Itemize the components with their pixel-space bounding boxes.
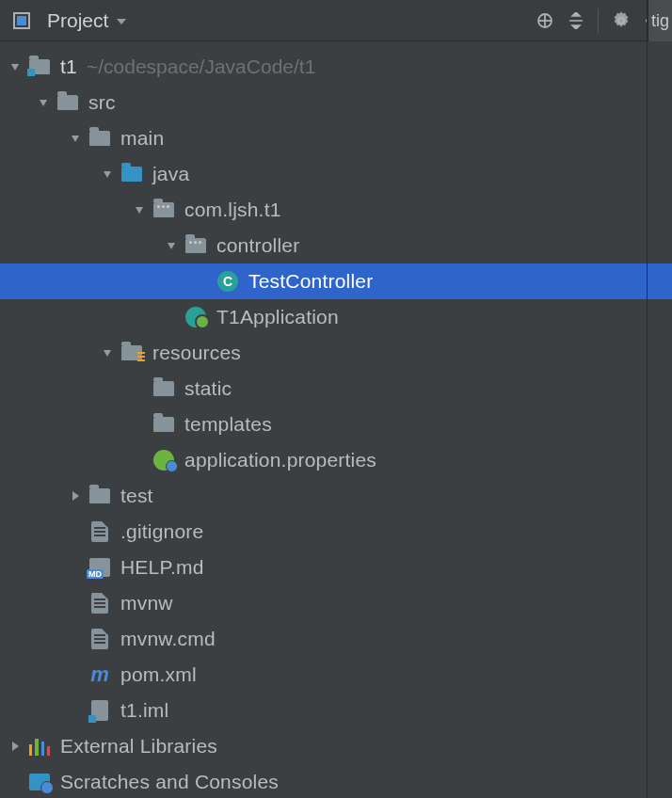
node-label: java bbox=[152, 163, 189, 185]
tree-node-controller[interactable]: controller bbox=[0, 228, 672, 263]
expand-collapse-icon[interactable] bbox=[568, 12, 584, 29]
tree-node-help-md[interactable]: HELP.md bbox=[0, 550, 672, 585]
node-label: pom.xml bbox=[120, 663, 197, 686]
chevron-down-icon[interactable] bbox=[6, 57, 24, 76]
partial-tab-text: tig bbox=[648, 0, 672, 41]
node-label: TestController bbox=[248, 270, 373, 293]
node-label: main bbox=[120, 127, 164, 150]
tree-node-scratches[interactable]: Scratches and Consoles bbox=[0, 764, 672, 798]
folder-icon bbox=[152, 377, 175, 400]
node-label: com.ljsh.t1 bbox=[184, 199, 281, 221]
node-label: Scratches and Consoles bbox=[60, 771, 279, 793]
node-label: t1.iml bbox=[120, 699, 168, 722]
node-label: mvnw.cmd bbox=[120, 628, 216, 650]
scratches-icon bbox=[28, 771, 51, 793]
tree-node-src[interactable]: src bbox=[0, 85, 672, 120]
folder-icon bbox=[88, 127, 111, 150]
project-tree: t1 ~/codespace/JavaCode/t1 src main java… bbox=[0, 41, 672, 798]
text-file-icon bbox=[88, 628, 111, 650]
project-toolbar: Project bbox=[0, 0, 672, 41]
spring-boot-class-icon bbox=[184, 306, 207, 328]
tree-node-app-class[interactable]: T1Application bbox=[0, 299, 672, 335]
chevron-down-icon[interactable] bbox=[34, 93, 53, 112]
tree-node-pom[interactable]: m pom.xml bbox=[0, 657, 672, 693]
tree-node-app-properties[interactable]: application.properties bbox=[0, 442, 672, 478]
node-label: HELP.md bbox=[120, 556, 204, 579]
select-opened-file-icon[interactable] bbox=[536, 11, 554, 30]
tree-node-static[interactable]: static bbox=[0, 371, 672, 407]
chevron-down-icon[interactable] bbox=[66, 129, 85, 148]
panel-border bbox=[647, 0, 648, 798]
node-label: templates bbox=[184, 413, 272, 436]
tree-node-mvnw[interactable]: mvnw bbox=[0, 585, 672, 621]
chevron-right-icon[interactable] bbox=[66, 487, 85, 505]
tree-node-resources[interactable]: resources bbox=[0, 335, 672, 371]
node-label: resources bbox=[152, 342, 241, 364]
node-label: controller bbox=[216, 234, 299, 257]
module-folder-icon bbox=[28, 56, 51, 78]
node-label: mvnw bbox=[120, 592, 173, 614]
tree-node-iml[interactable]: t1.iml bbox=[0, 693, 672, 728]
source-folder-icon bbox=[120, 163, 143, 185]
node-label: External Libraries bbox=[60, 735, 217, 758]
tree-node-test-controller[interactable]: C TestController bbox=[0, 263, 672, 299]
folder-icon bbox=[88, 485, 111, 507]
chevron-down-icon[interactable] bbox=[162, 236, 181, 255]
tree-node-mvnw-cmd[interactable]: mvnw.cmd bbox=[0, 621, 672, 657]
tree-node-test[interactable]: test bbox=[0, 478, 672, 514]
resources-folder-icon bbox=[120, 342, 143, 364]
tree-node-package[interactable]: com.ljsh.t1 bbox=[0, 192, 672, 228]
spring-config-icon bbox=[152, 449, 175, 471]
node-label: T1Application bbox=[216, 306, 339, 328]
java-class-icon: C bbox=[216, 270, 239, 293]
iml-file-icon bbox=[88, 699, 111, 722]
package-icon bbox=[184, 234, 207, 257]
node-label: test bbox=[120, 485, 153, 507]
project-window-icon bbox=[11, 10, 32, 31]
tree-node-templates[interactable]: templates bbox=[0, 407, 672, 442]
package-icon bbox=[152, 199, 175, 221]
project-name-label: t1 bbox=[60, 56, 77, 78]
chevron-down-icon[interactable] bbox=[98, 343, 117, 362]
tree-node-project-root[interactable]: t1 ~/codespace/JavaCode/t1 bbox=[0, 49, 672, 85]
project-view-dropdown-icon[interactable] bbox=[116, 10, 127, 31]
node-label: .gitignore bbox=[120, 520, 203, 543]
folder-icon bbox=[152, 413, 175, 436]
text-file-icon bbox=[88, 520, 111, 543]
chevron-right-icon[interactable] bbox=[6, 737, 24, 756]
tree-node-gitignore[interactable]: .gitignore bbox=[0, 514, 672, 550]
folder-icon bbox=[56, 91, 79, 114]
maven-file-icon: m bbox=[88, 663, 111, 686]
project-path-label: ~/codespace/JavaCode/t1 bbox=[87, 56, 315, 78]
tree-node-main[interactable]: main bbox=[0, 120, 672, 156]
chevron-down-icon[interactable] bbox=[98, 165, 117, 184]
settings-gear-icon[interactable] bbox=[612, 11, 631, 30]
node-label: static bbox=[184, 377, 232, 400]
toolbar-divider bbox=[598, 8, 599, 33]
chevron-down-icon[interactable] bbox=[130, 200, 149, 219]
project-view-title[interactable]: Project bbox=[47, 9, 108, 32]
text-file-icon bbox=[88, 592, 111, 614]
node-label: src bbox=[88, 91, 116, 114]
tree-node-java[interactable]: java bbox=[0, 156, 672, 192]
markdown-file-icon bbox=[88, 556, 111, 579]
tree-node-external-libraries[interactable]: External Libraries bbox=[0, 728, 672, 764]
libraries-icon bbox=[28, 735, 51, 758]
node-label: application.properties bbox=[184, 449, 376, 471]
